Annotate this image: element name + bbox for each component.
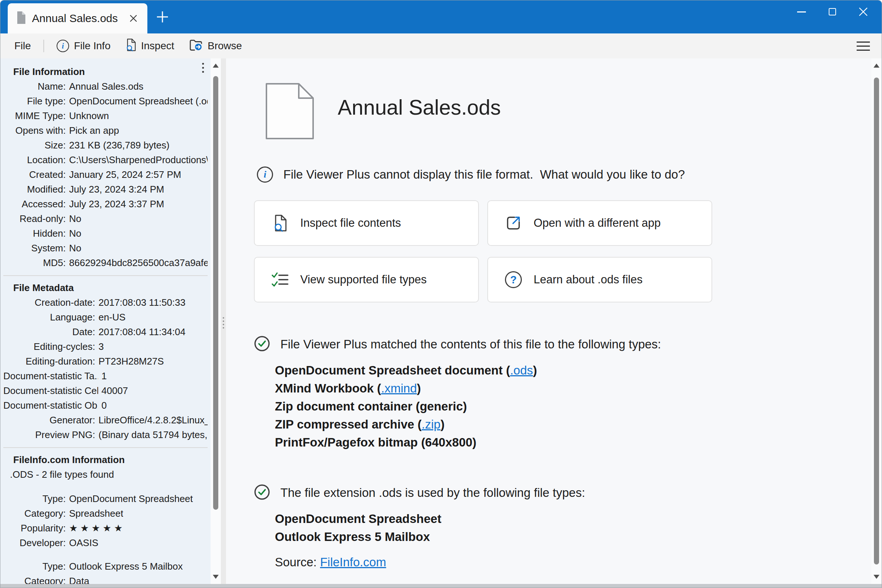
matched-type-item: PrintFox/Pagefox bitmap (640x800) ()	[275, 433, 537, 451]
info-row: Read-only:No	[3, 212, 208, 226]
info-icon: i	[257, 166, 273, 183]
metadata-row: Generator:LibreOffice/4.2.8.2$Linux_...	[3, 413, 208, 428]
info-value: No	[69, 241, 81, 255]
info-row: Accessed:July 23, 2024 3:37 PM	[3, 196, 208, 212]
main-scrollbar[interactable]	[872, 58, 882, 584]
section-title: File Metadata	[13, 280, 208, 295]
menu-browse[interactable]: Browse	[189, 38, 242, 54]
metadata-value: 1	[101, 369, 106, 383]
new-tab-button[interactable]	[154, 9, 171, 26]
fileinfo-row: Developer:OASIS	[3, 536, 208, 550]
fileinfo-value: Outlook Express 5 Mailbox	[69, 559, 183, 574]
zip-extension-link[interactable]: .zip	[422, 417, 440, 431]
fileinfo-row: Category:Data	[3, 574, 208, 584]
maximize-button[interactable]	[817, 0, 848, 23]
document-tab[interactable]: Annual Sales.ods	[8, 3, 147, 33]
popularity-stars: ★ ★ ★ ★ ★	[69, 521, 122, 536]
metadata-label: Document-statistic Cel...	[3, 383, 98, 398]
section-title: FileInfo.com Information	[13, 452, 208, 467]
info-label: File type:	[3, 94, 66, 108]
fileinfo-value: OpenDocument Spreadsheet	[69, 491, 193, 506]
scroll-down-arrow-icon[interactable]	[873, 575, 879, 579]
menu-file-info-label: File Info	[74, 40, 111, 52]
fileinfo-label: Type:	[3, 491, 66, 506]
splitter-grip-icon	[223, 317, 224, 328]
info-icon: i	[57, 40, 69, 52]
info-value: OpenDocument Spreadsheet (.ods)	[69, 94, 208, 108]
check-circle-icon	[254, 336, 270, 353]
metadata-label: Preview PNG:	[3, 428, 95, 442]
matched-type-item: XMind Workbook (.xmind)	[275, 379, 537, 397]
metadata-value: 2017:08:04 11:34:04	[99, 324, 186, 339]
metadata-value: 0	[101, 398, 106, 413]
info-label: MIME Type:	[3, 108, 66, 123]
fileinfo-com-link[interactable]: FileInfo.com	[320, 555, 386, 569]
matched-type-item: OpenDocument Spreadsheet document (.ods)	[275, 361, 537, 379]
info-row: Hidden:No	[3, 226, 208, 241]
metadata-row: Language:en-US	[3, 310, 208, 324]
learn-about-ods-files-button[interactable]: ? Learn about .ods files	[487, 257, 712, 303]
info-label: Modified:	[3, 182, 66, 196]
main-scrollbar-thumb[interactable]	[874, 78, 879, 564]
info-row: Name:Annual Sales.ods	[3, 79, 208, 94]
metadata-label: Language:	[3, 310, 95, 324]
sidebar-scrollbar[interactable]	[211, 58, 221, 584]
menu-file-info[interactable]: i File Info	[57, 40, 111, 52]
info-label: Created:	[3, 167, 66, 182]
open-external-icon	[503, 215, 524, 231]
ods-extension-link[interactable]: .ods	[510, 363, 533, 377]
scroll-up-arrow-icon[interactable]	[213, 64, 219, 68]
maximize-icon	[829, 8, 836, 15]
metadata-row: Creation-date:2017:08:03 11:50:33	[3, 295, 208, 310]
hamburger-menu-icon[interactable]	[856, 42, 870, 51]
minimize-button[interactable]	[786, 0, 817, 23]
metadata-row: Editing-duration:PT23H28M27S	[3, 354, 208, 369]
metadata-label: Date:	[3, 324, 95, 339]
fileinfo-label: Developer:	[3, 536, 66, 550]
info-row: File type:OpenDocument Spreadsheet (.ods…	[3, 94, 208, 108]
matched-type-item: Zip document container (generic) ()	[275, 397, 537, 415]
fileinfo-value: Data	[69, 574, 89, 584]
info-value: Annual Sales.ods	[69, 79, 143, 94]
metadata-value: 2017:08:03 11:50:33	[99, 295, 186, 310]
section-divider	[3, 447, 208, 448]
metadata-row: Editing-cycles:3	[3, 339, 208, 354]
tab-close-icon[interactable]	[127, 12, 140, 25]
menubar: File i File Info Inspect Browse	[0, 33, 882, 58]
fileinfo-label: Popularity:	[3, 521, 66, 536]
metadata-label: Generator:	[3, 413, 95, 428]
info-value: July 23, 2024 3:37 PM	[69, 196, 164, 212]
fileinfo-row: Type:Outlook Express 5 Mailbox	[3, 559, 208, 574]
checklist-icon	[269, 272, 291, 287]
window-controls	[786, 0, 879, 23]
menu-inspect[interactable]: Inspect	[125, 38, 174, 54]
tab-title: Annual Sales.ods	[32, 12, 127, 25]
scroll-down-arrow-icon[interactable]	[213, 575, 219, 579]
document-icon	[265, 82, 315, 141]
sidebar-scrollbar-thumb[interactable]	[213, 76, 218, 510]
menu-separator	[44, 40, 44, 52]
xmind-extension-link[interactable]: .xmind	[381, 381, 417, 395]
fileinfo-row: Category:Spreadsheet	[3, 506, 208, 521]
info-label: MD5:	[3, 255, 66, 270]
menu-inspect-label: Inspect	[141, 40, 174, 52]
inspect-file-contents-button[interactable]: Inspect file contents	[254, 200, 479, 246]
close-button[interactable]	[848, 0, 879, 23]
menu-file[interactable]: File	[14, 40, 31, 52]
open-with-different-app-button[interactable]: Open with a different app	[487, 200, 712, 246]
matched-type-item: ZIP compressed archive (.zip)	[275, 415, 537, 433]
info-row: System:No	[3, 241, 208, 255]
panel-splitter[interactable]	[221, 58, 226, 584]
view-supported-file-types-button[interactable]: View supported file types	[254, 257, 479, 303]
scroll-up-arrow-icon[interactable]	[873, 64, 879, 68]
fileinfo-label: Category:	[3, 574, 66, 584]
extension-type-list: OpenDocument Spreadsheet Outlook Express…	[275, 510, 441, 546]
action-buttons: Inspect file contents Open with a differ…	[254, 200, 712, 303]
action-label: Inspect file contents	[300, 216, 401, 230]
extension-type-item: OpenDocument Spreadsheet	[275, 510, 441, 528]
info-label: Opens with:	[3, 123, 66, 138]
info-label: Hidden:	[3, 226, 66, 241]
info-row: Location:C:\Users\SharpenedProductions\.…	[3, 153, 208, 167]
metadata-row: Preview PNG:(Binary data 51794 bytes, ..…	[3, 428, 208, 442]
kebab-menu-icon[interactable]	[201, 62, 206, 74]
